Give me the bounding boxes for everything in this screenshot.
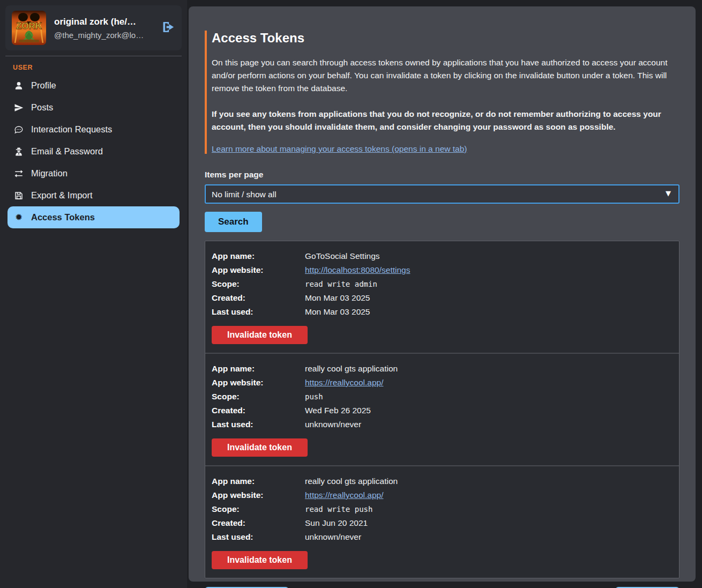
invalidate-token-button[interactable]: Invalidate token	[212, 326, 308, 344]
sidebar-section-user: USER	[13, 64, 187, 71]
token-row-scope: Scope: push	[212, 390, 673, 404]
items-per-page-label: Items per page	[205, 170, 679, 180]
token-row-scope: Scope: read write push	[212, 502, 673, 516]
token-row-app-name: App name: really cool gts application	[212, 474, 673, 488]
field-value: Mon Mar 03 2025	[305, 305, 673, 319]
field-label: Scope:	[212, 277, 305, 291]
field-value: really cool gts application	[305, 474, 673, 488]
field-label: Last used:	[212, 418, 305, 431]
field-label: App name:	[212, 474, 305, 488]
token-row-created: Created: Sun Jun 20 2021	[212, 516, 673, 530]
sidebar-item-label: Migration	[31, 168, 68, 178]
field-label: App website:	[212, 376, 305, 390]
field-value: really cool gts application	[305, 362, 673, 376]
field-label: Created:	[212, 404, 305, 418]
token-list: App name: GoToSocial Settings App websit…	[205, 241, 679, 578]
sidebar-item-access-tokens[interactable]: ✹ Access Tokens	[8, 206, 180, 228]
exchange-arrows-icon	[13, 169, 24, 178]
main-panel: Access Tokens On this page you can searc…	[189, 6, 696, 582]
sidebar-item-label: Profile	[31, 80, 56, 91]
token-entry: App name: really cool gts application Ap…	[205, 465, 679, 578]
field-value: read write push	[305, 502, 673, 516]
field-value: unknown/never	[305, 418, 673, 431]
sidebar-nav: Profile Posts	[0, 75, 187, 228]
field-label: Created:	[212, 291, 305, 305]
sidebar-item-migration[interactable]: Migration	[8, 162, 180, 184]
token-row-app-website: App website: https://reallycool.app/	[212, 488, 673, 502]
field-label: Scope:	[212, 502, 305, 516]
user-handle: @the_mighty_zork@lo…	[54, 31, 152, 40]
intro-warning: If you see any tokens from applications …	[212, 108, 679, 133]
floppy-disk-icon	[13, 191, 24, 200]
sidebar-item-label: Access Tokens	[31, 212, 95, 222]
token-row-app-website: App website: http://localhost:8080/setti…	[212, 263, 673, 277]
token-entry: App name: really cool gts application Ap…	[205, 353, 679, 465]
field-value: push	[305, 390, 673, 404]
token-row-created: Created: Wed Feb 26 2025	[212, 404, 673, 418]
field-label: App name:	[212, 249, 305, 263]
user-icon	[13, 81, 24, 91]
field-value: GoToSocial Settings	[305, 249, 673, 263]
items-per-page-select-wrap: No limit / show all ▼	[205, 184, 679, 204]
invalidate-token-button[interactable]: Invalidate token	[212, 438, 308, 457]
sidebar-item-label: Export & Import	[31, 190, 93, 200]
learn-more-link[interactable]: Learn more about managing your access to…	[212, 144, 467, 153]
field-label: Last used:	[212, 305, 305, 319]
sidebar-item-interaction-requests[interactable]: Interaction Requests	[8, 118, 180, 140]
field-label: Scope:	[212, 390, 305, 404]
paper-plane-icon	[13, 103, 24, 113]
sidebar-item-profile[interactable]: Profile	[8, 75, 180, 96]
token-row-created: Created: Mon Mar 03 2025	[212, 291, 673, 305]
search-button[interactable]: Search	[205, 212, 262, 232]
page-intro: Access Tokens On this page you can searc…	[205, 31, 679, 154]
page-title: Access Tokens	[212, 31, 679, 46]
field-label: Last used:	[212, 530, 305, 544]
field-label: Created:	[212, 516, 305, 530]
svg-text:ZORK: ZORK	[16, 21, 42, 31]
field-label: App website:	[212, 488, 305, 502]
field-label: App name:	[212, 362, 305, 376]
app-website-link[interactable]: https://reallycool.app/	[305, 378, 383, 387]
field-value: Mon Mar 03 2025	[305, 291, 673, 305]
field-label: App website:	[212, 263, 305, 277]
token-row-last-used: Last used: Mon Mar 03 2025	[212, 305, 673, 319]
user-display-name: original zork (he/…	[54, 17, 152, 27]
sidebar-divider	[5, 56, 182, 56]
sign-out-icon[interactable]	[161, 20, 175, 36]
field-value: read write admin	[305, 277, 673, 291]
sidebar-item-label: Email & Password	[31, 146, 103, 157]
sidebar-item-email-password[interactable]: Email & Password	[8, 140, 180, 162]
app: ZORK original zork (he/… @the_mighty_zor…	[0, 0, 702, 588]
invalidate-token-button[interactable]: Invalidate token	[212, 551, 308, 569]
token-entry: App name: GoToSocial Settings App websit…	[205, 241, 679, 353]
token-row-scope: Scope: read write admin	[212, 277, 673, 291]
field-value: Wed Feb 26 2025	[305, 404, 673, 418]
sidebar-item-export-import[interactable]: Export & Import	[8, 184, 180, 206]
app-website-link[interactable]: http://localhost:8080/settings	[305, 265, 410, 274]
user-secret-icon	[13, 147, 24, 157]
token-row-app-website: App website: https://reallycool.app/	[212, 376, 673, 390]
comment-dots-icon	[13, 125, 24, 135]
search-form: Items per page No limit / show all ▼ Sea…	[205, 170, 679, 232]
token-row-last-used: Last used: unknown/never	[212, 418, 673, 431]
field-value: Sun Jun 20 2021	[305, 516, 673, 530]
token-row-app-name: App name: really cool gts application	[212, 362, 673, 376]
intro-paragraph: On this page you can search through acce…	[212, 56, 679, 95]
user-meta: original zork (he/… @the_mighty_zork@lo…	[54, 17, 152, 40]
sidebar-item-label: Interaction Requests	[31, 124, 112, 135]
certificate-icon: ✹	[13, 213, 24, 222]
field-value: unknown/never	[305, 530, 673, 544]
app-website-link[interactable]: https://reallycool.app/	[305, 490, 383, 500]
sidebar-item-posts[interactable]: Posts	[8, 96, 180, 118]
user-avatar: ZORK	[12, 11, 46, 45]
items-per-page-select[interactable]: No limit / show all	[205, 184, 679, 204]
user-card[interactable]: ZORK original zork (he/… @the_mighty_zor…	[5, 5, 182, 50]
token-row-last-used: Last used: unknown/never	[212, 530, 673, 544]
sidebar: ZORK original zork (he/… @the_mighty_zor…	[0, 0, 187, 588]
sidebar-item-label: Posts	[31, 102, 53, 113]
token-row-app-name: App name: GoToSocial Settings	[212, 249, 673, 263]
